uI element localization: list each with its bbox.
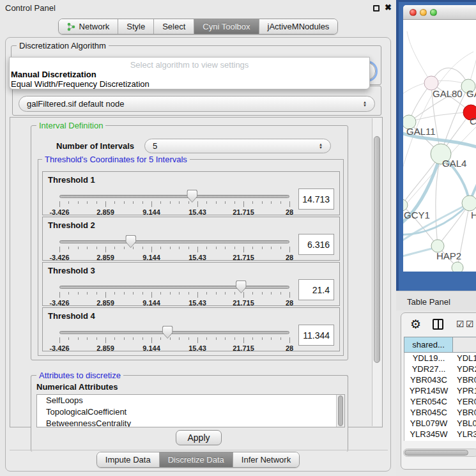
attribute-list-item[interactable]: SelfLoops	[37, 395, 344, 406]
tab-impute-data[interactable]: Impute Data	[97, 452, 160, 467]
gear-icon[interactable]: ⚙	[410, 317, 421, 332]
zoom-traffic-light-icon[interactable]	[430, 9, 437, 16]
cell-name[interactable]: YLR3	[453, 429, 476, 440]
interval-definition-group: Interval Definition Number of Intervals …	[31, 125, 348, 360]
table-header-row: shared... n	[404, 337, 476, 353]
attribute-list-item[interactable]: BetweennessCentrality	[37, 418, 344, 427]
threshold-slider[interactable]: -3.4262.8599.14415.4321.71528	[59, 233, 289, 261]
group-label: Threshold's Coordinates for 5 Intervals	[42, 155, 190, 164]
slider-track[interactable]	[59, 240, 289, 243]
slider-track[interactable]	[59, 286, 289, 289]
tick-label: 2.859	[96, 208, 114, 216]
cell-name[interactable]: YBL0	[453, 418, 476, 429]
cell-name[interactable]: YPR1	[453, 385, 476, 396]
cell-shared-name[interactable]: YIL052C	[404, 440, 453, 441]
vertical-scrollbar[interactable]	[372, 118, 381, 426]
table-row[interactable]: YPR145WYPR1	[404, 385, 476, 396]
tick-label: 2.859	[96, 344, 114, 352]
dropdown-option-equal-width[interactable]: Equal Width/Frequency Discretization	[11, 79, 150, 89]
cell-shared-name[interactable]: YER054C	[404, 396, 453, 407]
slider-tick-labels: -3.4262.8599.14415.4321.71528	[59, 344, 289, 352]
slider-track[interactable]	[59, 195, 289, 198]
num-intervals-combobox[interactable]: 5 ▲▼	[144, 139, 331, 153]
cell-shared-name[interactable]: YLR345W	[404, 429, 453, 440]
close-icon[interactable]: ✖	[385, 3, 392, 12]
cell-shared-name[interactable]: YDL19...	[404, 353, 453, 364]
table-panel-title: Table Panel	[407, 297, 450, 307]
cell-name[interactable]: YIL0	[453, 440, 476, 441]
network-node-label: GAL80	[433, 88, 463, 99]
network-view[interactable]: GAL80GACGAL11GAL4GCY1HHAP2	[403, 20, 476, 272]
dropdown-option-manual[interactable]: Manual Discretization	[11, 70, 96, 79]
cell-name[interactable]: YER0	[453, 396, 476, 407]
tick-label: 15.43	[188, 254, 206, 261]
table-row[interactable]: YER054CYER0	[404, 396, 476, 407]
cell-shared-name[interactable]: YPR145W	[404, 385, 453, 396]
dropdown-placeholder: Select algorithm to view settings	[10, 60, 369, 70]
cell-name[interactable]: YDL1	[453, 353, 476, 364]
checkbox-icon[interactable]: ☑	[456, 319, 464, 329]
table-row[interactable]: YDL19...YDL1	[404, 353, 476, 364]
network-window-titlebar[interactable]	[403, 5, 476, 20]
network-node[interactable]	[452, 262, 463, 272]
table-row[interactable]: YBL079WYBL0	[404, 418, 476, 429]
slider-ticks	[59, 201, 289, 208]
horizontal-scrollbar[interactable]	[403, 449, 476, 457]
slider-thumb[interactable]	[162, 326, 173, 339]
network-node[interactable]	[462, 196, 476, 211]
minimize-traffic-light-icon[interactable]	[420, 9, 427, 16]
cell-shared-name[interactable]: YBR043C	[404, 374, 453, 385]
close-traffic-light-icon[interactable]	[410, 9, 417, 16]
network-icon	[67, 22, 75, 31]
tab-label: Discretize Data	[168, 455, 224, 464]
threshold-label: Threshold 1	[48, 175, 95, 185]
checkbox-icon[interactable]: ☑	[466, 319, 474, 329]
threshold-slider[interactable]: -3.4262.8599.14415.4321.71528	[59, 187, 289, 215]
scrollbar-thumb[interactable]	[404, 450, 468, 456]
tab-label: Network	[79, 22, 110, 31]
network-node-label: GAL11	[406, 126, 436, 137]
bottom-tab-bar: Impute Data Discretize Data Infer Networ…	[6, 452, 390, 468]
tab-style[interactable]: Style	[118, 19, 154, 34]
network-window: GAL80GACGAL11GAL4GCY1HHAP2	[403, 5, 476, 272]
threshold-value-input[interactable]: 11.344	[298, 325, 334, 346]
tab-cyni-toolbox[interactable]: Cyni Toolbox	[194, 19, 259, 34]
tab-jactivemnodules[interactable]: jActiveMNodules	[259, 19, 338, 34]
table-data-combobox[interactable]: galFiltered.sif default node ▲▼	[19, 96, 375, 112]
cell-shared-name[interactable]: YDR27...	[404, 364, 453, 374]
slider-track[interactable]	[59, 331, 289, 334]
scrollbar-thumb[interactable]	[374, 136, 380, 363]
threshold-value-input[interactable]: 21.4	[298, 279, 334, 300]
float-window-icon[interactable]	[373, 5, 380, 12]
apply-button[interactable]: Apply	[176, 430, 222, 445]
tick-label: -3.426	[49, 254, 69, 261]
tab-discretize-data[interactable]: Discretize Data	[160, 452, 233, 467]
slider-thumb[interactable]	[187, 190, 197, 203]
slider-thumb[interactable]	[236, 280, 247, 293]
column-header-name[interactable]: n	[453, 337, 476, 352]
tab-infer-network[interactable]: Infer Network	[233, 452, 299, 467]
list-scrollbar[interactable]	[336, 395, 344, 427]
columns-icon[interactable]	[433, 319, 443, 330]
tab-network[interactable]: Network	[59, 19, 119, 34]
slider-thumb[interactable]	[125, 235, 136, 248]
tab-select[interactable]: Select	[154, 19, 194, 34]
attribute-list-item[interactable]: TopologicalCoefficient	[37, 406, 344, 418]
cell-name[interactable]: YBR0	[453, 407, 476, 418]
table-row[interactable]: YBR043CYBR0	[404, 374, 476, 385]
threshold-value-input[interactable]: 6.316	[298, 234, 334, 255]
threshold-value-input[interactable]: 14.713	[298, 188, 334, 210]
column-header-shared[interactable]: shared...	[404, 337, 453, 352]
table-row[interactable]: YLR345WYLR3	[404, 429, 476, 440]
cell-name[interactable]: YBR0	[453, 374, 476, 385]
network-nodes: GAL80GACGAL11GAL4GCY1HHAP2	[403, 76, 476, 272]
table-row[interactable]: YBR045CYBR0	[404, 407, 476, 418]
cell-shared-name[interactable]: YBL079W	[404, 418, 453, 429]
threshold-slider[interactable]: -3.4262.8599.14415.4321.71528	[59, 323, 289, 351]
cell-shared-name[interactable]: YBR045C	[404, 407, 453, 418]
threshold-slider[interactable]: -3.4262.8599.14415.4321.71528	[59, 278, 289, 306]
table-row[interactable]: YIL052CYIL0	[404, 440, 476, 441]
cell-name[interactable]: YDR2	[453, 364, 476, 374]
numerical-attributes-list[interactable]: SelfLoopsTopologicalCoefficientBetweenne…	[36, 394, 345, 427]
table-row[interactable]: YDR27...YDR2	[404, 364, 476, 374]
